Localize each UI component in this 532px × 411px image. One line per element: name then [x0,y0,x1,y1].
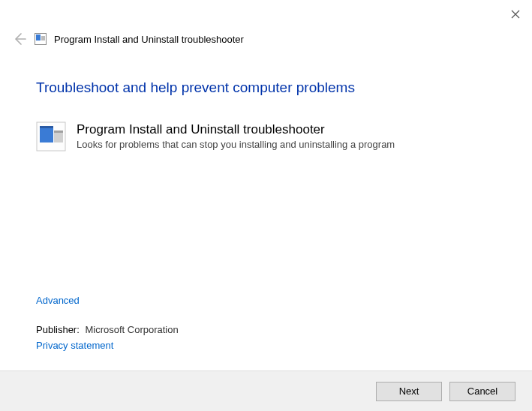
publisher-line: Publisher: Microsoft Corporation [36,324,179,335]
publisher-value: Microsoft Corporation [85,324,178,335]
lower-links-block: Advanced Publisher: Microsoft Corporatio… [36,295,179,351]
next-button[interactable]: Next [376,382,442,401]
item-title: Program Install and Uninstall troublesho… [77,122,395,138]
back-arrow-icon[interactable] [12,32,27,46]
svg-rect-4 [40,126,53,142]
troubleshooter-text: Program Install and Uninstall troublesho… [77,122,395,150]
svg-rect-5 [40,126,53,128]
titlebar [0,0,532,28]
window-title: Program Install and Uninstall troublesho… [54,34,244,45]
header-bar: Program Install and Uninstall troublesho… [0,28,532,50]
troubleshooter-item: Program Install and Uninstall troublesho… [36,122,496,152]
item-description: Looks for problems that can stop you ins… [77,139,395,150]
svg-rect-2 [41,36,45,40]
svg-rect-1 [36,34,41,40]
troubleshooter-icon-large [36,122,66,152]
troubleshooter-icon-small [35,33,47,45]
advanced-link[interactable]: Advanced [36,295,179,306]
publisher-label: Publisher: [36,324,80,335]
page-heading: Troubleshoot and help prevent computer p… [36,80,496,96]
footer-button-bar: Next Cancel [0,370,532,411]
content-area: Troubleshoot and help prevent computer p… [0,50,532,152]
cancel-button[interactable]: Cancel [449,382,515,401]
close-icon[interactable] [509,8,521,20]
privacy-link[interactable]: Privacy statement [36,340,179,351]
svg-rect-7 [54,130,63,133]
